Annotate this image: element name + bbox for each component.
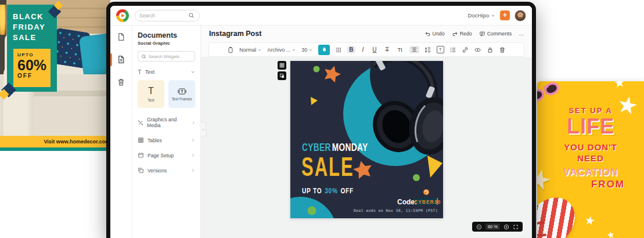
text-icon: T: [138, 68, 142, 75]
delete-icon[interactable]: [499, 46, 506, 53]
account-menu[interactable]: DocHipo: [468, 12, 495, 19]
vacation-line6: FROM: [537, 179, 644, 189]
text-frame-button[interactable]: T: [437, 46, 444, 53]
redo-icon: [452, 31, 458, 37]
font-size-value: 30: [301, 47, 307, 53]
chevron-right-icon: [191, 138, 195, 142]
vacation-line4: NEED: [537, 154, 644, 163]
code-value[interactable]: CYBER30: [414, 199, 441, 205]
sidebar-title: Documents: [138, 31, 195, 39]
text-frames-icon: [178, 88, 186, 95]
rail-trash-button[interactable]: [110, 78, 132, 86]
poster-footer-url: Visit www.homedecor.com: [0, 136, 110, 147]
app-header: DocHipo +: [110, 6, 532, 26]
canvas-region: ‹: [201, 57, 532, 238]
trash-icon: [117, 78, 125, 86]
align-center-icon: [411, 46, 418, 53]
offer-text[interactable]: UP TO30%OFF: [302, 186, 354, 194]
chevron-down-icon: [190, 70, 195, 74]
layout-overlap-button[interactable]: [278, 71, 286, 80]
bullet-list-icon[interactable]: [449, 46, 456, 53]
sidebar-item-label: Versions: [147, 168, 167, 174]
sidebar-collapse-handle[interactable]: ‹: [201, 122, 206, 137]
fill-color-button[interactable]: [318, 45, 330, 55]
star-icon: ★: [606, 229, 616, 238]
sidebar-item-page-setup[interactable]: Page Setup: [138, 152, 195, 158]
vacation-line2: LIFE: [537, 116, 644, 137]
fullscreen-icon[interactable]: [513, 224, 519, 230]
undo-button[interactable]: Undo: [424, 31, 445, 37]
loading-badge-icon: [423, 189, 429, 195]
rail-documents-button[interactable]: [110, 55, 132, 64]
dochipo-logo-icon[interactable]: [116, 9, 129, 22]
style-dropdown[interactable]: Normal: [239, 47, 262, 53]
create-document-button[interactable]: +: [500, 10, 510, 20]
off-label: OFF: [17, 73, 51, 79]
chevron-down-icon: [308, 48, 313, 52]
document-blank-icon: [117, 33, 125, 41]
text-widget-label: Text: [147, 98, 154, 102]
comments-icon: [479, 31, 485, 37]
green-dot: [314, 66, 320, 73]
editor-main: Instagram Post Undo Redo: [201, 26, 532, 238]
text-widget-card[interactable]: T Text: [138, 80, 164, 108]
document-title[interactable]: Instagram Post: [209, 30, 261, 38]
lamp-glow: [0, 5, 6, 35]
sidebar-item-graphics-media[interactable]: Graphics and Media: [138, 117, 195, 128]
italic-button[interactable]: I: [361, 46, 366, 53]
grid-view-button[interactable]: [278, 61, 286, 70]
widget-search-input[interactable]: [149, 54, 190, 59]
search-input[interactable]: [139, 13, 186, 19]
zoom-level[interactable]: 60 %: [485, 223, 500, 230]
global-search[interactable]: [135, 10, 200, 21]
chevron-down-icon: [257, 48, 262, 52]
font-dropdown[interactable]: Archivo ...: [267, 47, 296, 53]
undo-icon: [424, 31, 431, 37]
avatar[interactable]: [515, 10, 526, 21]
bold-button[interactable]: B: [347, 46, 355, 53]
widgets-sidebar: Documents Social Graphic T Text T: [132, 26, 201, 238]
text-frames-widget-card[interactable]: Text Frames: [168, 80, 195, 108]
lock-icon[interactable]: [487, 46, 494, 53]
sidebar-subtitle: Social Graphic: [138, 41, 195, 46]
comments-button[interactable]: Comments: [479, 31, 512, 37]
redo-button[interactable]: Redo: [452, 31, 472, 37]
sidebar-item-label: Tables: [147, 138, 162, 143]
left-icon-rail: [110, 26, 132, 238]
more-options-button[interactable]: …: [519, 31, 524, 37]
underline-button[interactable]: U: [370, 46, 378, 53]
align-center-button[interactable]: [409, 46, 419, 54]
line-spacing-icon[interactable]: [424, 46, 431, 53]
link-icon[interactable]: [462, 46, 469, 53]
visibility-icon[interactable]: [474, 46, 481, 53]
style-value: Normal: [239, 47, 256, 53]
sale-text[interactable]: SALE: [301, 152, 354, 182]
zoom-out-icon[interactable]: [476, 224, 482, 230]
zoom-in-icon[interactable]: [503, 224, 509, 230]
undo-label: Undo: [433, 31, 445, 37]
design-canvas[interactable]: CYBERMONDAY SALE UP TO30%OFF Code: CYBER…: [290, 61, 443, 218]
green-dot: [308, 207, 316, 215]
widget-search[interactable]: [138, 51, 195, 62]
poster-footer-strip: [0, 147, 110, 151]
texture-icon[interactable]: [335, 46, 342, 53]
text-widget-icon: T: [148, 86, 154, 96]
chevron-down-icon: [292, 48, 296, 52]
document-content-icon: [117, 55, 125, 64]
teal-pillow: [79, 33, 110, 78]
font-size-dropdown[interactable]: 30: [301, 47, 313, 53]
left-backdrop-poster: BLACK FRIDAY SALE UPTO 60% OFF Visit www…: [0, 0, 110, 151]
rail-new-document-button[interactable]: [110, 33, 132, 41]
sunglasses-icon: [537, 81, 562, 106]
deadline-text[interactable]: Deal ends on Nov 30, 11:59PM (PST): [354, 208, 438, 213]
text-toolbar: Normal Archivo ... 30: [208, 42, 524, 57]
black-friday-panel: BLACK FRIDAY SALE UPTO 60% OFF: [7, 5, 57, 92]
green-dot: [413, 174, 420, 181]
sidebar-item-versions[interactable]: Versions: [138, 167, 195, 174]
strikethrough-button[interactable]: T: [384, 46, 391, 53]
letter-case-button[interactable]: Tt: [396, 46, 404, 53]
text-frames-label: Text Frames: [172, 97, 192, 101]
text-section-header[interactable]: T Text: [138, 68, 195, 75]
sidebar-item-tables[interactable]: Tables: [138, 137, 195, 143]
paste-style-icon[interactable]: [227, 46, 234, 53]
